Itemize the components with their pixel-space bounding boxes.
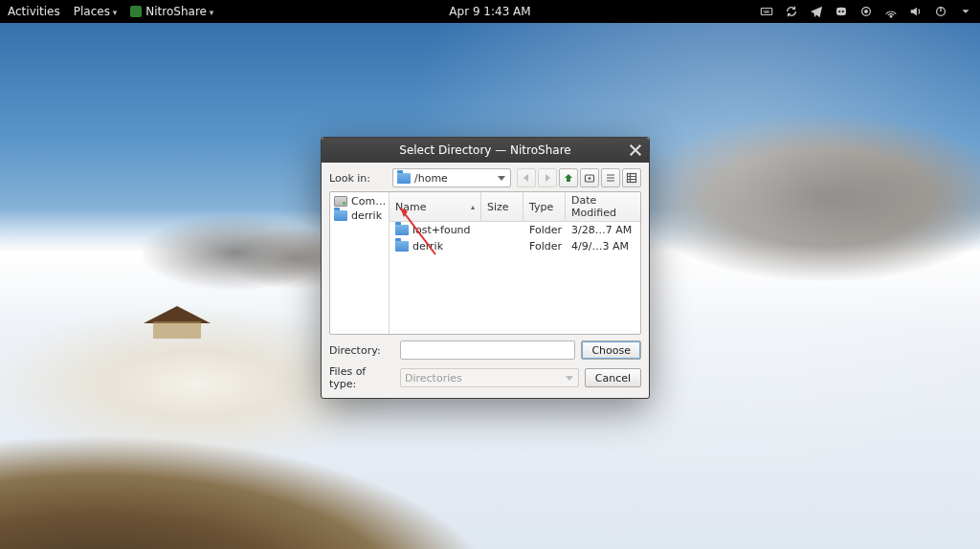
directory-label: Directory: [329, 344, 394, 357]
nitroshare-icon [130, 6, 142, 17]
dialog-titlebar[interactable]: Select Directory — NitroShare [322, 138, 649, 163]
top-bar: Activities Places NitroShare Apr 9 1:43 … [0, 0, 980, 23]
svg-rect-8 [628, 174, 636, 183]
svg-point-4 [865, 11, 868, 13]
clock[interactable]: Apr 9 1:43 AM [449, 5, 530, 18]
close-icon[interactable] [628, 143, 643, 158]
volume-icon[interactable] [909, 5, 923, 18]
folder-icon [395, 225, 409, 235]
file-type: Folder [523, 223, 566, 237]
file-size [481, 246, 523, 248]
svg-point-1 [838, 11, 840, 12]
folder-icon [334, 210, 347, 221]
telegram-icon[interactable] [810, 5, 823, 18]
svg-rect-0 [761, 9, 771, 15]
svg-point-2 [842, 11, 844, 12]
nav-forward-button[interactable] [538, 168, 557, 187]
places-computer[interactable]: Com… [332, 194, 387, 209]
list-view-button[interactable] [601, 168, 620, 187]
file-row[interactable]: derrik Folder 4/9/…3 AM [390, 238, 640, 254]
refresh-icon[interactable] [785, 5, 798, 18]
keyboard-layout-icon[interactable] [760, 5, 773, 18]
system-menu-chevron-icon[interactable] [959, 5, 972, 18]
wallpaper-chalet [144, 306, 211, 340]
sort-indicator-icon: ▴ [471, 203, 475, 211]
detail-view-button[interactable] [622, 168, 641, 187]
nav-back-button[interactable] [517, 168, 536, 187]
tray-app-icon[interactable] [859, 5, 873, 18]
discord-icon[interactable] [835, 5, 848, 18]
network-icon[interactable] [884, 5, 898, 18]
column-size[interactable]: Size [481, 192, 523, 221]
files-of-type-label: Files of type: [329, 365, 394, 390]
select-directory-dialog: Select Directory — NitroShare Look in: /… [321, 137, 650, 399]
file-name: lost+found [412, 224, 471, 236]
app-menu-label: NitroShare [145, 5, 213, 18]
places-menu[interactable]: Places [74, 5, 118, 18]
places-sidebar: Com… derrik [330, 192, 390, 334]
file-size [481, 230, 523, 231]
app-menu[interactable]: NitroShare [130, 5, 213, 18]
file-date: 4/9/…3 AM [566, 239, 640, 253]
folder-icon [397, 173, 411, 184]
new-folder-button[interactable] [580, 168, 599, 187]
look-in-combo[interactable]: /home [392, 168, 511, 187]
svg-point-5 [890, 15, 892, 17]
file-name: derrik [412, 240, 443, 253]
activities-menu[interactable]: Activities [8, 5, 60, 18]
computer-icon [334, 196, 347, 207]
column-date[interactable]: Date Modified [566, 192, 640, 221]
choose-button[interactable]: Choose [581, 340, 641, 360]
nav-up-button[interactable] [559, 168, 578, 187]
column-name[interactable]: Name▴ [390, 192, 481, 221]
places-home[interactable]: derrik [332, 209, 387, 223]
look-in-path: /home [414, 172, 448, 185]
column-headers: Name▴ Size Type Date Modified [390, 192, 640, 222]
places-home-label: derrik [351, 209, 382, 222]
cancel-button[interactable]: Cancel [585, 368, 641, 387]
files-of-type-combo: Directories [400, 368, 579, 387]
file-row[interactable]: lost+found Folder 3/28…7 AM [390, 222, 640, 238]
look-in-label: Look in: [329, 172, 387, 185]
directory-input[interactable] [400, 340, 575, 360]
dialog-title: Select Directory — NitroShare [399, 143, 570, 157]
power-icon[interactable] [934, 5, 947, 18]
folder-icon [395, 241, 409, 252]
places-computer-label: Com… [351, 195, 386, 208]
file-browser: Com… derrik Name▴ Size Type Date Modifie… [329, 191, 641, 335]
file-type: Folder [523, 239, 566, 253]
column-type[interactable]: Type [523, 192, 566, 221]
file-date: 3/28…7 AM [566, 223, 640, 237]
